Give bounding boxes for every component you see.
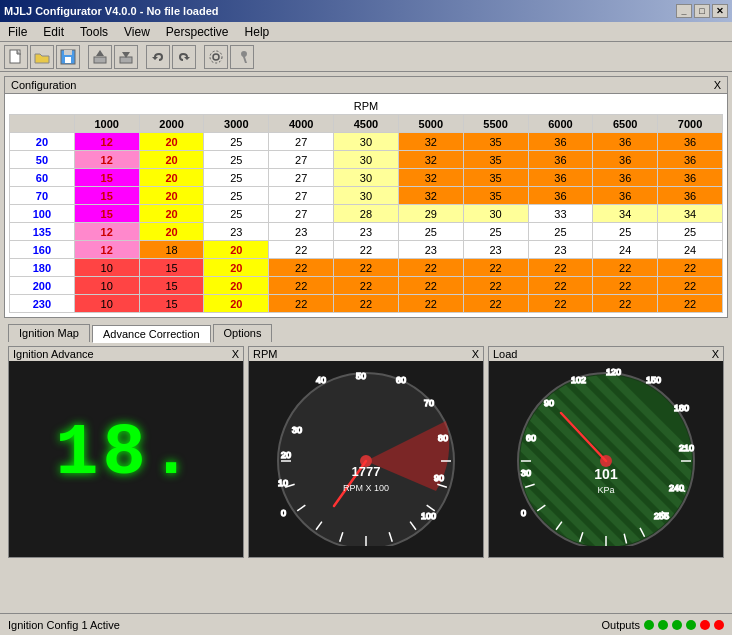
cell-r3-c4[interactable]: 30 (334, 187, 399, 205)
cell-r7-c0[interactable]: 10 (74, 259, 139, 277)
cell-r6-c5[interactable]: 23 (398, 241, 463, 259)
cell-r5-c7[interactable]: 25 (528, 223, 593, 241)
minimize-button[interactable]: _ (676, 4, 692, 18)
cell-r6-c3[interactable]: 22 (269, 241, 334, 259)
cell-r6-c4[interactable]: 22 (334, 241, 399, 259)
cell-r2-c7[interactable]: 36 (528, 169, 593, 187)
cell-r0-c6[interactable]: 35 (463, 133, 528, 151)
upload-button[interactable] (88, 45, 112, 69)
cell-r2-c4[interactable]: 30 (334, 169, 399, 187)
cell-r0-c8[interactable]: 36 (593, 133, 658, 151)
cell-r7-c5[interactable]: 22 (398, 259, 463, 277)
tab-options[interactable]: Options (213, 324, 273, 342)
cell-r1-c1[interactable]: 20 (139, 151, 204, 169)
cell-r4-c1[interactable]: 20 (139, 205, 204, 223)
maximize-button[interactable]: □ (694, 4, 710, 18)
cell-r1-c9[interactable]: 36 (658, 151, 723, 169)
cell-r1-c3[interactable]: 27 (269, 151, 334, 169)
cell-r2-c3[interactable]: 27 (269, 169, 334, 187)
cell-r8-c7[interactable]: 22 (528, 277, 593, 295)
cell-r3-c1[interactable]: 20 (139, 187, 204, 205)
cell-r8-c5[interactable]: 22 (398, 277, 463, 295)
cell-r8-c2[interactable]: 20 (204, 277, 269, 295)
settings-button[interactable] (204, 45, 228, 69)
cell-r1-c2[interactable]: 25 (204, 151, 269, 169)
cell-r2-c9[interactable]: 36 (658, 169, 723, 187)
cell-r9-c9[interactable]: 22 (658, 295, 723, 313)
cell-r6-c1[interactable]: 18 (139, 241, 204, 259)
cell-r7-c2[interactable]: 20 (204, 259, 269, 277)
cell-r4-c3[interactable]: 27 (269, 205, 334, 223)
cell-r9-c1[interactable]: 15 (139, 295, 204, 313)
cell-r5-c9[interactable]: 25 (658, 223, 723, 241)
cell-r9-c6[interactable]: 22 (463, 295, 528, 313)
cell-r5-c6[interactable]: 25 (463, 223, 528, 241)
cell-r7-c9[interactable]: 22 (658, 259, 723, 277)
cell-r6-c6[interactable]: 23 (463, 241, 528, 259)
cell-r3-c7[interactable]: 36 (528, 187, 593, 205)
cell-r9-c8[interactable]: 22 (593, 295, 658, 313)
cell-r6-c0[interactable]: 12 (74, 241, 139, 259)
menu-perspective[interactable]: Perspective (162, 23, 233, 41)
rpm-close[interactable]: X (472, 348, 479, 360)
cell-r9-c7[interactable]: 22 (528, 295, 593, 313)
cell-r7-c6[interactable]: 22 (463, 259, 528, 277)
cell-r9-c2[interactable]: 20 (204, 295, 269, 313)
cell-r8-c9[interactable]: 22 (658, 277, 723, 295)
cell-r0-c3[interactable]: 27 (269, 133, 334, 151)
save-button[interactable] (56, 45, 80, 69)
cell-r4-c5[interactable]: 29 (398, 205, 463, 223)
cell-r0-c5[interactable]: 32 (398, 133, 463, 151)
cell-r0-c2[interactable]: 25 (204, 133, 269, 151)
cell-r5-c4[interactable]: 23 (334, 223, 399, 241)
cell-r9-c5[interactable]: 22 (398, 295, 463, 313)
menu-view[interactable]: View (120, 23, 154, 41)
close-button[interactable]: ✕ (712, 4, 728, 18)
undo-button[interactable] (146, 45, 170, 69)
menu-help[interactable]: Help (241, 23, 274, 41)
cell-r6-c9[interactable]: 24 (658, 241, 723, 259)
cell-r1-c4[interactable]: 30 (334, 151, 399, 169)
cell-r2-c2[interactable]: 25 (204, 169, 269, 187)
cell-r4-c7[interactable]: 33 (528, 205, 593, 223)
redo-button[interactable] (172, 45, 196, 69)
download-button[interactable] (114, 45, 138, 69)
cell-r3-c0[interactable]: 15 (74, 187, 139, 205)
cell-r6-c7[interactable]: 23 (528, 241, 593, 259)
cell-r1-c0[interactable]: 12 (74, 151, 139, 169)
cell-r1-c7[interactable]: 36 (528, 151, 593, 169)
cell-r0-c0[interactable]: 12 (74, 133, 139, 151)
config-close[interactable]: X (714, 79, 721, 91)
cell-r7-c3[interactable]: 22 (269, 259, 334, 277)
cell-r9-c3[interactable]: 22 (269, 295, 334, 313)
cell-r7-c4[interactable]: 22 (334, 259, 399, 277)
cell-r3-c5[interactable]: 32 (398, 187, 463, 205)
cell-r6-c8[interactable]: 24 (593, 241, 658, 259)
cell-r7-c8[interactable]: 22 (593, 259, 658, 277)
cell-r2-c8[interactable]: 36 (593, 169, 658, 187)
cell-r8-c1[interactable]: 15 (139, 277, 204, 295)
cell-r3-c2[interactable]: 25 (204, 187, 269, 205)
cell-r8-c6[interactable]: 22 (463, 277, 528, 295)
cell-r4-c6[interactable]: 30 (463, 205, 528, 223)
menu-tools[interactable]: Tools (76, 23, 112, 41)
ignition-advance-close[interactable]: X (232, 348, 239, 360)
cell-r9-c0[interactable]: 10 (74, 295, 139, 313)
cell-r8-c4[interactable]: 22 (334, 277, 399, 295)
cell-r2-c5[interactable]: 32 (398, 169, 463, 187)
cell-r5-c8[interactable]: 25 (593, 223, 658, 241)
cell-r4-c0[interactable]: 15 (74, 205, 139, 223)
cell-r2-c0[interactable]: 15 (74, 169, 139, 187)
cell-r4-c2[interactable]: 25 (204, 205, 269, 223)
cell-r0-c9[interactable]: 36 (658, 133, 723, 151)
cell-r8-c8[interactable]: 22 (593, 277, 658, 295)
cell-r4-c8[interactable]: 34 (593, 205, 658, 223)
cell-r9-c4[interactable]: 22 (334, 295, 399, 313)
cell-r3-c8[interactable]: 36 (593, 187, 658, 205)
cell-r4-c9[interactable]: 34 (658, 205, 723, 223)
cell-r4-c4[interactable]: 28 (334, 205, 399, 223)
cell-r1-c5[interactable]: 32 (398, 151, 463, 169)
cell-r0-c1[interactable]: 20 (139, 133, 204, 151)
cell-r2-c6[interactable]: 35 (463, 169, 528, 187)
cell-r2-c1[interactable]: 20 (139, 169, 204, 187)
